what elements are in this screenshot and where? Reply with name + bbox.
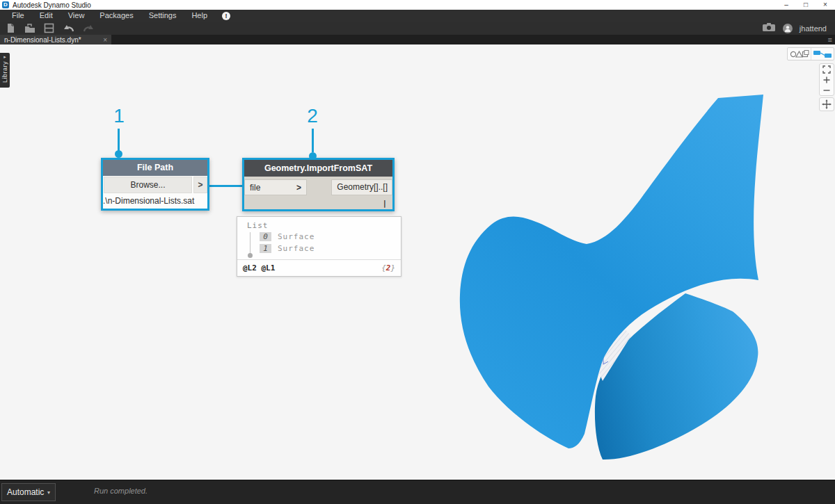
- run-mode-value: Automatic: [7, 487, 44, 497]
- save-button[interactable]: [44, 23, 54, 33]
- callout-1-label: 1: [111, 105, 127, 127]
- file-path-node[interactable]: File Path Browse... > .\n-Dimensional-Li…: [101, 158, 209, 211]
- preview-row-0: 0 Surface: [260, 231, 395, 242]
- import-input-port-file[interactable]: file >: [244, 179, 307, 195]
- chevron-down-icon: ▾: [47, 489, 50, 496]
- import-output-port-geometry[interactable]: Geometry[]..[]: [331, 179, 392, 195]
- screenshot-button[interactable]: [762, 22, 776, 35]
- preview-row-1: 1 Surface: [260, 243, 395, 254]
- menu-item-help[interactable]: Help: [184, 10, 215, 22]
- preview-index-badge: 0: [260, 232, 271, 241]
- library-label: Library: [1, 61, 8, 83]
- preview-list-root: List: [247, 221, 395, 230]
- node-preview-bubble: List 0 Surface 1 Surface @L2 @L1 {2}: [237, 216, 401, 277]
- status-bar: Automatic ▾ Run completed.: [0, 480, 835, 504]
- lacing-indicator[interactable]: |: [382, 199, 387, 208]
- preview-index-badge: 1: [260, 244, 271, 253]
- graph-nodes-icon: [813, 49, 832, 58]
- geometry-view-button[interactable]: [788, 48, 811, 60]
- geometry-importfromsat-node[interactable]: Geometry.ImportFromSAT file > Geometry[]…: [242, 158, 395, 211]
- tab-overflow-icon[interactable]: ≡: [828, 35, 835, 44]
- tab-close-icon[interactable]: ×: [103, 36, 107, 44]
- pan-button[interactable]: [819, 97, 834, 111]
- redo-button[interactable]: [83, 24, 95, 33]
- menu-item-settings[interactable]: Settings: [141, 10, 184, 22]
- view-mode-toggle-group: [787, 47, 834, 60]
- username-label[interactable]: jhattend: [800, 24, 827, 33]
- graph-canvas[interactable]: ▸ Library: [0, 44, 835, 480]
- preview-value: Surface: [278, 232, 315, 241]
- menu-item-file[interactable]: File: [4, 10, 32, 22]
- open-file-button[interactable]: [24, 23, 35, 33]
- zoom-out-button[interactable]: [820, 85, 834, 95]
- geometry-shapes-icon: [790, 49, 809, 58]
- callout-1-dot: [115, 150, 122, 158]
- new-file-icon: [6, 23, 16, 33]
- menu-item-packages[interactable]: Packages: [92, 10, 141, 22]
- dynamo-logo-icon: D: [2, 1, 9, 8]
- save-icon: [44, 23, 54, 33]
- file-path-output-port[interactable]: >: [193, 177, 207, 193]
- undo-button[interactable]: [63, 24, 74, 33]
- callout-2-dot: [309, 152, 317, 160]
- file-path-value: .\n-Dimensional-Lists.sat: [103, 194, 207, 209]
- library-flyout-tab[interactable]: ▸ Library: [0, 53, 10, 88]
- preview-tree-line: [250, 232, 250, 254]
- plus-icon: [822, 76, 831, 84]
- library-expand-icon: ▸: [3, 54, 6, 60]
- pan-icon: [822, 99, 832, 109]
- input-port-chevron-icon: >: [296, 183, 301, 193]
- fit-view-icon: [822, 65, 831, 74]
- title-bar: D Autodesk Dynamo Studio – □ ×: [0, 0, 835, 10]
- tab-n-dimensional-lists[interactable]: n-Dimensional-Lists.dyn* ×: [0, 35, 111, 44]
- zoom-in-button[interactable]: [820, 74, 834, 85]
- camera-icon: [762, 22, 776, 32]
- preview-value: Surface: [278, 244, 315, 253]
- tab-bar: n-Dimensional-Lists.dyn* × ≡: [0, 35, 835, 44]
- menu-bar: File Edit View Packages Settings Help !: [0, 10, 835, 22]
- window-title: Autodesk Dynamo Studio: [13, 1, 91, 9]
- undo-icon: [63, 24, 74, 33]
- notifications-alert-icon[interactable]: !: [222, 12, 230, 20]
- callout-2-line: [312, 129, 314, 152]
- viewport-controls: [819, 63, 834, 96]
- callout-2-label: 2: [305, 105, 320, 127]
- menu-item-view[interactable]: View: [61, 10, 93, 22]
- redo-icon: [83, 24, 95, 33]
- fit-view-button[interactable]: [820, 64, 834, 74]
- menu-item-edit[interactable]: Edit: [32, 10, 61, 22]
- wire-filepath-to-import[interactable]: [205, 185, 246, 187]
- import-node-header[interactable]: Geometry.ImportFromSAT: [244, 160, 392, 177]
- callout-1-line: [118, 129, 120, 152]
- close-button[interactable]: ×: [816, 0, 835, 10]
- preview-levels-label[interactable]: @L2 @L1: [243, 263, 275, 273]
- preview-tree-dot: [248, 253, 253, 258]
- preview-item-count: {2}: [381, 263, 395, 273]
- minimize-button[interactable]: –: [777, 0, 796, 10]
- tab-label: n-Dimensional-Lists.dyn*: [4, 36, 81, 44]
- run-status-text: Run completed.: [94, 487, 148, 495]
- user-avatar[interactable]: [783, 24, 793, 33]
- input-port-label: file: [250, 183, 260, 193]
- graph-view-button[interactable]: [811, 48, 834, 60]
- person-icon: [784, 25, 791, 32]
- maximize-button[interactable]: □: [796, 0, 816, 10]
- tool-bar: jhattend: [0, 22, 835, 35]
- file-path-node-header[interactable]: File Path: [103, 160, 207, 176]
- new-file-button[interactable]: [6, 23, 16, 33]
- run-mode-dropdown[interactable]: Automatic ▾: [1, 483, 56, 501]
- open-folder-icon: [24, 23, 35, 33]
- minus-icon: [822, 86, 831, 95]
- browse-button[interactable]: Browse...: [104, 177, 192, 193]
